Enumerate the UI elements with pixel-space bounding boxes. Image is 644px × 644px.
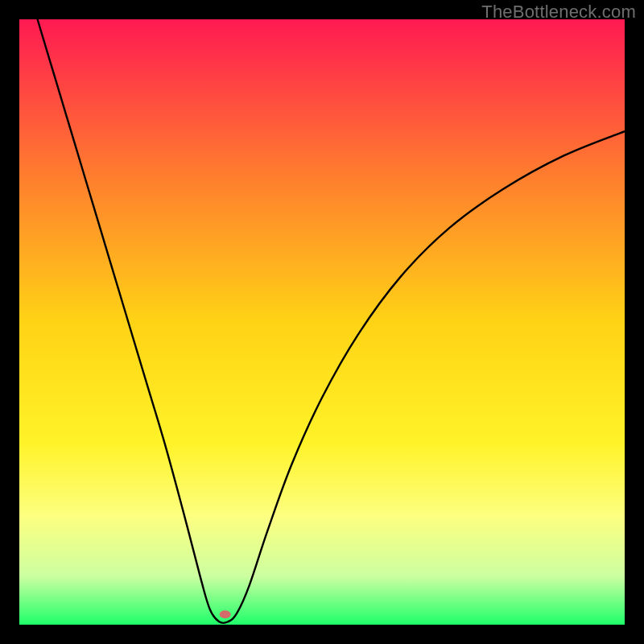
optimum-marker	[220, 610, 231, 618]
plot-background	[19, 19, 625, 625]
bottleneck-chart	[19, 19, 625, 625]
chart-frame	[19, 19, 625, 625]
